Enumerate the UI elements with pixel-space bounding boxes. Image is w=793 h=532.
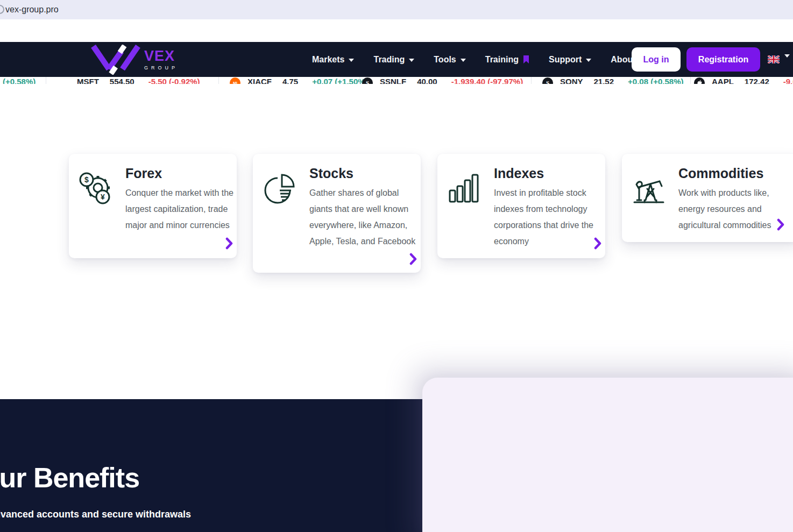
ticker-change: -9.04 — [783, 77, 793, 84]
nav-label: Trading — [373, 55, 405, 65]
chevron-down-icon — [586, 59, 591, 62]
nav-item-trading[interactable]: Trading — [373, 55, 414, 65]
oil-pump-icon — [632, 171, 666, 205]
logo-brand: VEX — [144, 49, 178, 63]
card-title: Forex — [125, 166, 162, 181]
card-description: Conquer the market with the largest capi… — [125, 185, 237, 233]
sony-logo-icon: S — [542, 77, 553, 84]
card-commodities[interactable]: Commodities Work with products like, ene… — [622, 154, 793, 242]
ticker-item-partial: (+0.58%) — [3, 77, 36, 84]
ticker-price: 554.50 — [110, 77, 134, 84]
vex-logo-mark — [90, 45, 141, 75]
chevron-down-icon — [784, 54, 790, 67]
ticker-change: +0.08 (+0.58%) — [628, 77, 683, 84]
nav-item-tools[interactable]: Tools — [434, 55, 465, 65]
nav-label: Tools — [434, 55, 456, 65]
card-description: Invest in profitable stock indexes from … — [494, 185, 606, 250]
svg-text:$: $ — [84, 175, 89, 184]
card-indexes[interactable]: Indexes Invest in profitable stock index… — [437, 154, 605, 258]
ticker-symbol: MSFT — [77, 77, 99, 84]
ticker-separator — [218, 77, 219, 84]
card-description: Gather shares of global giants that are … — [309, 185, 421, 250]
language-selector-chevron[interactable] — [784, 58, 790, 67]
ticker-separator — [359, 77, 360, 84]
card-title: Indexes — [494, 166, 544, 181]
logo-sub: GROUP — [144, 66, 178, 70]
ticker-item-xiacf: MI XIACF 4.75 +0.07 (+1.50%) — [230, 77, 368, 84]
chevron-right-icon[interactable] — [777, 218, 785, 231]
ticker-item-sony: S SONY 21.52 +0.08 (+0.58%) — [542, 77, 683, 84]
ticker-item-msft: MSFT 554.50 -5.50 (-0.92%) — [60, 77, 200, 84]
ticker-symbol: XIACF — [247, 77, 272, 84]
page-url: vex-group.pro — [5, 5, 59, 15]
chevron-right-icon[interactable] — [225, 237, 233, 250]
vex-logo[interactable]: VEX GROUP — [90, 45, 178, 75]
ticker-symbol: SSNLF — [380, 77, 406, 84]
gears-currency-icon: $ ¥ — [79, 171, 113, 205]
microsoft-logo-icon — [60, 77, 70, 84]
ticker-item-aapl: AAPL 172.42 -9.04 — [694, 77, 793, 84]
vex-logo-text: VEX GROUP — [144, 49, 178, 70]
nav-item-training[interactable]: Training — [485, 55, 529, 65]
benefits-title: Our Benefits — [0, 462, 139, 494]
ticker-change: (+0.58%) — [3, 77, 36, 84]
registration-button[interactable]: Registration — [686, 47, 760, 72]
nav-label: Markets — [312, 55, 344, 65]
chevron-down-icon — [461, 59, 466, 62]
benefits-illustration-panel — [422, 378, 793, 532]
ticker-price: 4.75 — [282, 77, 298, 84]
favicon-icon — [0, 5, 4, 14]
ticker-separator — [46, 77, 46, 84]
ticker-symbol: SONY — [560, 77, 583, 84]
bar-chart-icon — [447, 171, 482, 205]
chevron-down-icon — [349, 59, 354, 62]
browser-url-bar[interactable]: vex-group.pro — [0, 0, 793, 19]
card-title: Stocks — [309, 166, 353, 181]
card-forex[interactable]: $ ¥ Forex Conquer the market with the la… — [69, 154, 237, 258]
chevron-right-icon[interactable] — [409, 253, 417, 265]
chevron-right-icon[interactable] — [594, 237, 602, 250]
card-title: Commodities — [678, 166, 763, 181]
pie-chart-icon — [263, 171, 297, 205]
bookmark-icon — [523, 55, 529, 64]
xiaomi-logo-icon: MI — [230, 77, 240, 84]
nav-label: Training — [485, 55, 519, 65]
card-description: Work with products like, energy resource… — [678, 185, 790, 233]
ticker-change: -5.50 (-0.92%) — [148, 77, 200, 84]
ticker-change: -1,939.40 (-97.97%) — [451, 77, 523, 84]
ticker-price: 21.52 — [594, 77, 614, 84]
nav-item-support[interactable]: Support — [549, 55, 591, 65]
ticker-item-ssnlf: S SSNLF 40.00 -1,939.40 (-97.97%) — [362, 77, 523, 84]
chevron-down-icon — [409, 59, 414, 62]
uk-flag-icon[interactable] — [768, 55, 780, 63]
svg-text:¥: ¥ — [101, 193, 105, 201]
login-button[interactable]: Log in — [632, 47, 681, 72]
nav-item-markets[interactable]: Markets — [312, 55, 354, 65]
main-navigation: Markets Trading Tools Training Support A… — [312, 42, 659, 77]
ticker-price: 172.42 — [745, 77, 769, 84]
ticker-symbol: AAPL — [712, 77, 734, 84]
apple-logo-icon — [694, 77, 705, 84]
card-stocks[interactable]: Stocks Gather shares of global giants th… — [253, 154, 421, 273]
samsung-logo-icon: S — [362, 77, 373, 84]
stock-ticker-bar: (+0.58%) MSFT 554.50 -5.50 (-0.92%) MI X… — [0, 77, 793, 84]
nav-label: Support — [549, 55, 582, 65]
ticker-separator — [690, 77, 691, 84]
ticker-price: 40.00 — [417, 77, 437, 84]
ticker-separator — [531, 77, 532, 84]
benefits-subtitle: Advanced accounts and secure withdrawals — [0, 509, 191, 520]
